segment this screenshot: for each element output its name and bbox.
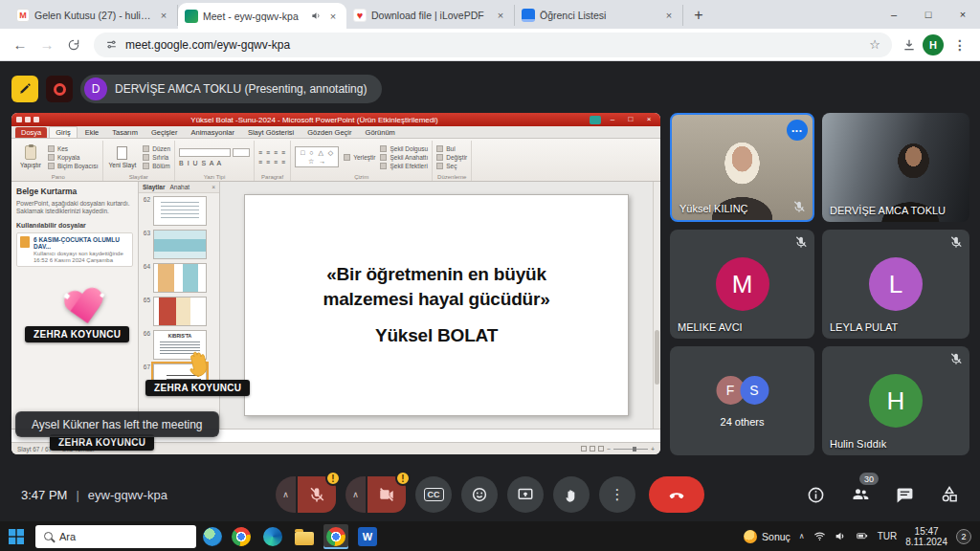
font-style-buttons[interactable]: B I U S A A bbox=[179, 160, 222, 166]
address-bar[interactable]: meet.google.com/eyw-gqwv-kpa ☆ bbox=[94, 33, 892, 57]
ribbon-tab-view[interactable]: Görünüm bbox=[360, 127, 401, 138]
ribbon-tab-animations[interactable]: Animasyonlar bbox=[185, 127, 239, 138]
alignment-buttons[interactable]: ≡ ≡ ≡ ≡ bbox=[258, 159, 286, 165]
view-slideshow-icon[interactable] bbox=[598, 446, 604, 452]
slide-thumbnail-64[interactable] bbox=[153, 263, 207, 293]
widgets-icon[interactable] bbox=[203, 527, 222, 546]
ribbon-tab-slideshow[interactable]: Slayt Gösterisi bbox=[242, 127, 300, 138]
browser-tab-gmail[interactable]: M Gelen Kutusu (27) - hulin.siddi × bbox=[10, 5, 178, 26]
tab-close-icon[interactable]: × bbox=[662, 9, 676, 22]
outline-tab[interactable]: Anahat bbox=[170, 184, 190, 190]
participant-tile-melike[interactable]: M MELIKE AVCI bbox=[670, 230, 814, 339]
tab-close-icon[interactable]: × bbox=[157, 9, 170, 22]
scrollbar-thumb[interactable] bbox=[655, 330, 659, 385]
ppt-maximize-button[interactable]: □ bbox=[624, 115, 637, 124]
participant-tile-hulin[interactable]: H Hulin Sıddık bbox=[822, 346, 969, 455]
ribbon-tab-home[interactable]: Giriş bbox=[49, 126, 77, 138]
recovered-file-item[interactable]: 6 KASIM-ÇOCUKTA OLUMLU DAV... Kullanıcı … bbox=[16, 232, 133, 267]
participant-tile-leyla[interactable]: L LEYLA PULAT bbox=[822, 230, 969, 339]
browser-tab-ilovepdf[interactable]: ♥ Download file | iLovePDF × bbox=[346, 5, 515, 26]
browser-menu-icon[interactable]: ⋮ bbox=[949, 37, 970, 53]
replace-button[interactable]: Değiştir bbox=[436, 154, 467, 161]
find-button[interactable]: Bul bbox=[436, 145, 467, 152]
taskbar-explorer-icon[interactable] bbox=[292, 524, 317, 549]
wifi-icon[interactable] bbox=[813, 530, 826, 542]
editor-scrollbar[interactable] bbox=[653, 182, 660, 429]
slide-thumbnail-63[interactable] bbox=[153, 230, 207, 259]
meeting-details-icon[interactable] bbox=[807, 486, 825, 504]
participant-tile-dervise[interactable]: DERVİŞE AMCA TOKLU bbox=[822, 113, 969, 222]
ppt-minimize-button[interactable]: – bbox=[606, 115, 619, 124]
window-minimize-button[interactable]: – bbox=[877, 0, 911, 29]
profile-avatar[interactable]: H bbox=[923, 34, 944, 55]
quick-access-toolbar[interactable] bbox=[16, 117, 39, 122]
arrange-button[interactable]: Yerleştir bbox=[344, 154, 375, 161]
ribbon-tab-design[interactable]: Tasarım bbox=[106, 127, 144, 138]
view-sorter-icon[interactable] bbox=[590, 446, 595, 452]
record-indicator-icon[interactable] bbox=[46, 76, 73, 102]
more-options-button[interactable]: ⋮ bbox=[599, 476, 635, 513]
mic-options-chevron[interactable]: ∧ bbox=[276, 476, 296, 513]
raise-hand-button[interactable] bbox=[553, 476, 590, 513]
layout-button[interactable]: Düzen bbox=[143, 145, 170, 152]
activities-icon[interactable] bbox=[940, 485, 959, 504]
shape-outline-button[interactable]: Şekil Anahattı bbox=[380, 154, 428, 161]
shapes-gallery[interactable]: □ ○ △ ◇ ☆ → bbox=[295, 146, 339, 167]
list-buttons[interactable]: ≡ ≡ ≡ ≡ bbox=[258, 149, 286, 156]
slides-tab[interactable]: Slaytlar bbox=[143, 184, 166, 190]
downloads-icon[interactable] bbox=[902, 37, 917, 53]
ppt-close-button[interactable]: × bbox=[642, 115, 656, 124]
chat-panel-icon[interactable] bbox=[896, 486, 914, 504]
annotation-extension-icon[interactable] bbox=[11, 76, 38, 102]
taskbar-chrome-active-icon[interactable] bbox=[323, 524, 348, 549]
site-info-icon[interactable] bbox=[105, 38, 118, 51]
notification-badge[interactable]: 2 bbox=[956, 529, 971, 544]
mic-muted-button[interactable]: ! bbox=[298, 476, 336, 513]
select-button[interactable]: Seç bbox=[436, 163, 467, 169]
ribbon-tab-review[interactable]: Gözden Geçir bbox=[301, 127, 357, 138]
new-slide-button[interactable]: Yeni Slayt bbox=[107, 146, 139, 168]
camera-off-button[interactable]: ! bbox=[368, 476, 406, 513]
taskbar-search[interactable]: Ara bbox=[35, 525, 196, 548]
format-painter-button[interactable]: Biçim Boyacısı bbox=[48, 163, 99, 169]
reactions-button[interactable] bbox=[461, 476, 498, 513]
ribbon-tab-file[interactable]: Dosya bbox=[15, 127, 47, 138]
pane-close-icon[interactable]: × bbox=[212, 184, 215, 190]
paste-button[interactable]: Yapıştır bbox=[18, 145, 43, 168]
battery-icon[interactable] bbox=[856, 530, 869, 542]
cut-button[interactable]: Kes bbox=[48, 145, 99, 152]
forward-button[interactable]: → bbox=[36, 34, 57, 55]
zoom-out-icon[interactable]: − bbox=[607, 446, 611, 452]
browser-tab-student-list[interactable]: Öğrenci Listesi × bbox=[515, 5, 683, 26]
tile-menu-icon[interactable]: ••• bbox=[787, 120, 808, 141]
window-maximize-button[interactable]: □ bbox=[911, 0, 946, 29]
captions-button[interactable]: CC bbox=[415, 476, 452, 513]
slide-thumbnail-65[interactable] bbox=[153, 297, 207, 326]
ribbon-tab-transitions[interactable]: Geçişler bbox=[145, 127, 184, 138]
zoom-in-icon[interactable]: + bbox=[651, 446, 655, 452]
back-button[interactable]: ← bbox=[10, 34, 31, 55]
present-button[interactable] bbox=[507, 476, 544, 513]
slide-thumbnail-62[interactable] bbox=[153, 196, 207, 226]
tray-expand-icon[interactable]: ∧ bbox=[799, 532, 805, 540]
taskbar-edge-icon[interactable] bbox=[260, 524, 285, 549]
tab-close-icon[interactable]: × bbox=[326, 10, 340, 23]
shape-effects-button[interactable]: Şekil Efektleri bbox=[380, 163, 428, 169]
taskbar-word-icon[interactable]: W bbox=[355, 524, 380, 549]
bookmark-star-icon[interactable]: ☆ bbox=[869, 37, 880, 52]
browser-tab-meet[interactable]: Meet - eyw-gqwv-kpa × bbox=[178, 3, 346, 29]
zoom-knob[interactable] bbox=[633, 447, 636, 452]
participant-tile-yuksel[interactable]: ••• Yüksel KILINÇ bbox=[670, 113, 814, 222]
taskbar-clock[interactable]: 15:47 8.11.2024 bbox=[905, 526, 947, 547]
leave-call-button[interactable] bbox=[649, 476, 704, 513]
volume-icon[interactable] bbox=[835, 530, 847, 542]
language-indicator[interactable]: TUR bbox=[878, 531, 898, 541]
taskbar-chrome-icon[interactable] bbox=[229, 524, 254, 549]
participant-tile-others[interactable]: F S 24 others bbox=[670, 346, 814, 455]
news-widget[interactable]: Sonuç bbox=[744, 530, 791, 543]
window-close-button[interactable]: × bbox=[946, 0, 980, 29]
copy-button[interactable]: Kopyala bbox=[48, 154, 99, 161]
font-name-select[interactable] bbox=[179, 148, 231, 157]
tab-close-icon[interactable]: × bbox=[494, 9, 507, 22]
view-normal-icon[interactable] bbox=[581, 446, 587, 452]
